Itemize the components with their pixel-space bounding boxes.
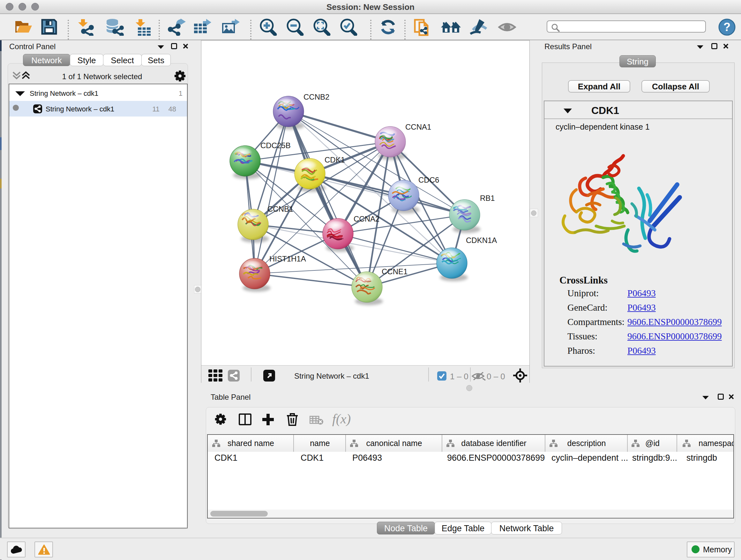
svg-text:CCNB1: CCNB1: [267, 205, 293, 213]
svg-text:CDK1: CDK1: [325, 155, 345, 164]
svg-text:CCNA2: CCNA2: [354, 214, 380, 223]
svg-text:CDC25B: CDC25B: [260, 141, 291, 150]
svg-text:?: ?: [724, 20, 731, 34]
svg-text:CCNA1: CCNA1: [405, 123, 431, 131]
svg-text:CCNE1: CCNE1: [382, 267, 408, 276]
svg-text:CCNB2: CCNB2: [304, 92, 329, 101]
svg-text:CDKN1A: CDKN1A: [466, 236, 497, 245]
svg-text:CDC6: CDC6: [418, 176, 439, 184]
svg-text:HIST1H1A: HIST1H1A: [269, 254, 306, 263]
svg-text:RB1: RB1: [480, 194, 495, 202]
